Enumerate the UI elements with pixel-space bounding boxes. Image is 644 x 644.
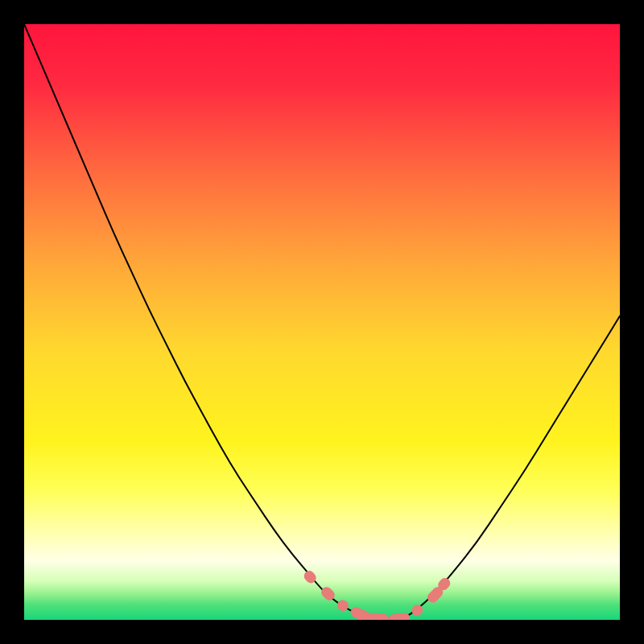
bottleneck-chart (0, 0, 644, 644)
border-left (0, 0, 24, 644)
border-top (0, 0, 644, 24)
border-right (620, 0, 644, 644)
chart-frame: TheBottleneck.com (0, 0, 644, 644)
border-bottom (0, 620, 644, 644)
plot-background (24, 24, 620, 620)
